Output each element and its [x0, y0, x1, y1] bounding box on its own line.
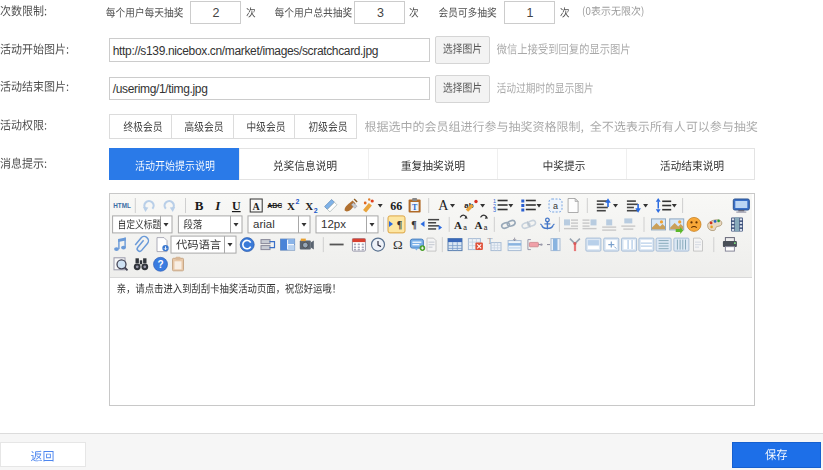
- svg-text:¶: ¶: [411, 219, 416, 230]
- svg-text:arial: arial: [253, 218, 275, 230]
- svg-text:?: ?: [157, 259, 163, 270]
- svg-text:I: I: [214, 198, 221, 213]
- svg-text:A: A: [438, 198, 449, 213]
- svg-text:A: A: [454, 219, 462, 231]
- svg-text:a: a: [463, 224, 467, 231]
- svg-text:T: T: [412, 203, 418, 212]
- svg-text:A: A: [253, 201, 261, 212]
- svg-text:2: 2: [314, 207, 318, 214]
- svg-text:1: 1: [527, 6, 534, 20]
- svg-text:2: 2: [213, 6, 220, 20]
- svg-text:Ω: Ω: [393, 237, 403, 252]
- svg-text:U: U: [232, 199, 241, 213]
- svg-text:http://s139.nicebox.cn/market/: http://s139.nicebox.cn/market/images/scr…: [113, 44, 378, 58]
- svg-text:a: a: [484, 224, 488, 231]
- svg-text:X: X: [305, 200, 313, 212]
- svg-text:66: 66: [390, 199, 402, 213]
- svg-text:2: 2: [295, 198, 299, 205]
- svg-text:A: A: [475, 219, 483, 231]
- svg-text:3: 3: [493, 207, 496, 213]
- svg-text:HTML: HTML: [113, 202, 131, 209]
- svg-text:/userimg/1/timg.jpg: /userimg/1/timg.jpg: [113, 82, 208, 96]
- svg-text:B: B: [195, 198, 204, 213]
- svg-text:12px: 12px: [321, 218, 346, 230]
- svg-text:3: 3: [377, 6, 384, 20]
- svg-text:a: a: [553, 201, 558, 211]
- svg-text:X: X: [287, 200, 295, 212]
- svg-text:¶: ¶: [397, 219, 402, 230]
